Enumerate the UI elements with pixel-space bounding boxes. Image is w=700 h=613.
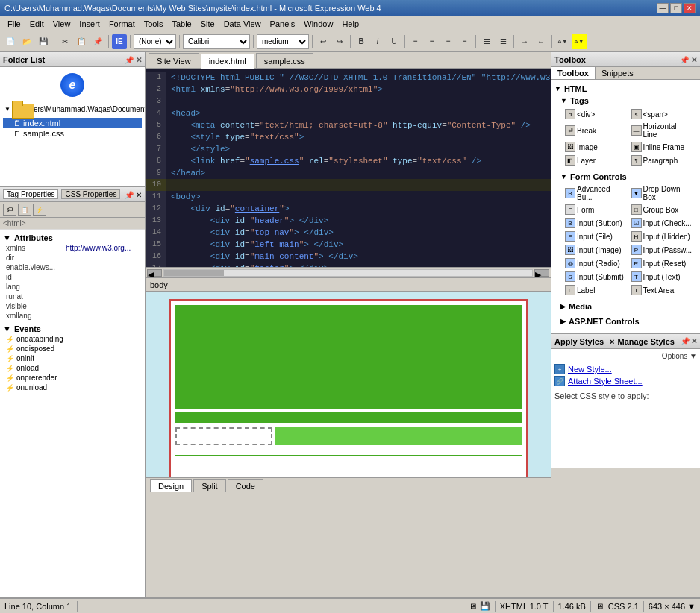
dimensions-status[interactable]: 643 × 446 ▼ bbox=[649, 602, 696, 611]
toolbox-item-inputimage[interactable]: 🖼 Input (Image) bbox=[563, 244, 628, 256]
toolbox-item-label[interactable]: L Label bbox=[563, 284, 628, 296]
tab-site-view[interactable]: Site View bbox=[149, 53, 199, 68]
menu-window[interactable]: Window bbox=[299, 19, 337, 29]
tab-sample-css[interactable]: sample.css bbox=[256, 53, 313, 68]
div-topnav[interactable] bbox=[175, 412, 522, 423]
scroll-track[interactable] bbox=[163, 269, 533, 277]
menu-dataview[interactable]: Data View bbox=[219, 19, 266, 29]
tag-props-toolbar-btn3[interactable]: ⚡ bbox=[33, 204, 46, 216]
toolbox-item-dropdown[interactable]: ▼ Drop Down Box bbox=[630, 184, 695, 202]
event-ondisposed[interactable]: ⚡ondisposed bbox=[3, 344, 142, 353]
tag-props-pin[interactable]: 📌 bbox=[125, 191, 134, 199]
menu-insert[interactable]: Insert bbox=[75, 19, 104, 29]
prop-dir[interactable]: dir bbox=[3, 253, 142, 263]
prop-xmlns[interactable]: xmlnshttp://www.w3.org... bbox=[3, 243, 142, 253]
toolbox-item-inputreset[interactable]: R Input (Reset) bbox=[630, 257, 695, 269]
css-props-tab-btn[interactable]: CSS Properties bbox=[61, 189, 120, 199]
status-icon1[interactable]: 🖥 bbox=[469, 602, 477, 611]
bold-button[interactable]: B bbox=[354, 34, 369, 49]
scroll-thumb[interactable] bbox=[164, 270, 224, 276]
tag-props-toolbar-btn1[interactable]: 🏷 bbox=[3, 204, 16, 216]
highlight-button[interactable]: A▼ bbox=[572, 34, 587, 49]
list2-button[interactable]: ☰ bbox=[496, 34, 510, 49]
italic-button[interactable]: I bbox=[370, 34, 385, 49]
tag-props-close[interactable]: ✕ bbox=[136, 191, 142, 199]
toolbox-item-inputtext[interactable]: T Input (Text) bbox=[630, 271, 695, 283]
aspnet-section-header[interactable]: ▶ ASP.NET Controls bbox=[560, 315, 697, 327]
font-dropdown[interactable]: Calibri bbox=[183, 34, 250, 49]
event-onunload[interactable]: ⚡onunload bbox=[3, 383, 142, 392]
toolbox-item-inputfile[interactable]: F Input (File) bbox=[563, 230, 628, 242]
size-dropdown[interactable]: medium bbox=[257, 34, 309, 49]
tb-btn1[interactable]: ✂ bbox=[57, 34, 72, 49]
toolbox-tab-snippets[interactable]: Snippets bbox=[596, 67, 640, 79]
toolbox-item-span[interactable]: s <span> bbox=[630, 108, 695, 120]
prop-enableviews[interactable]: enable.views... bbox=[3, 263, 142, 272]
toolbox-item-inputbtn[interactable]: B Input (Button) bbox=[563, 217, 628, 229]
scroll-right-btn[interactable]: ▶ bbox=[534, 269, 549, 277]
toolbox-close-button[interactable]: ✕ bbox=[691, 56, 697, 64]
toolbox-item-image[interactable]: 🖼 Image bbox=[563, 141, 628, 153]
menu-format[interactable]: Format bbox=[104, 19, 140, 29]
new-style-item[interactable]: + New Style... bbox=[554, 363, 697, 375]
div-maincontent[interactable] bbox=[275, 427, 522, 445]
new-style-link[interactable]: New Style... bbox=[568, 363, 612, 375]
apply-close-button[interactable]: ✕ bbox=[691, 337, 697, 345]
horizontal-scrollbar[interactable]: ◀ ▶ bbox=[146, 267, 551, 277]
toolbox-item-div[interactable]: d <div> bbox=[563, 108, 628, 120]
tb-btn3[interactable]: 📌 bbox=[90, 34, 105, 49]
open-button[interactable]: 📂 bbox=[19, 34, 34, 49]
events-header[interactable]: ▼ Events bbox=[3, 324, 142, 334]
menu-panels[interactable]: Panels bbox=[266, 19, 300, 29]
close-button[interactable]: ✕ bbox=[684, 3, 696, 13]
tag-props-toolbar-btn2[interactable]: 📋 bbox=[18, 204, 31, 216]
code-content[interactable]: 1 <!DOCTYPE html PUBLIC "-//W3C//DTD XHT… bbox=[146, 69, 551, 267]
maximize-button[interactable]: □ bbox=[670, 3, 682, 13]
div-header[interactable] bbox=[175, 305, 522, 409]
toolbox-item-advbtn[interactable]: B Advanced Bu... bbox=[563, 184, 628, 202]
indent-button[interactable]: → bbox=[517, 34, 532, 49]
event-onload[interactable]: ⚡onload bbox=[3, 363, 142, 373]
folder-pin-button[interactable]: 📌 bbox=[125, 56, 134, 64]
toolbox-item-form[interactable]: F Form bbox=[563, 204, 628, 216]
outdent-button[interactable]: ← bbox=[534, 34, 549, 49]
save-button[interactable]: 💾 bbox=[36, 34, 51, 49]
menu-help[interactable]: Help bbox=[337, 19, 363, 29]
options-button[interactable]: Options ▼ bbox=[662, 352, 697, 360]
toolbox-item-inputhidden[interactable]: H Input (Hidden) bbox=[630, 230, 695, 242]
toolbox-item-textarea[interactable]: T Text Area bbox=[630, 284, 695, 296]
menu-file[interactable]: File bbox=[3, 19, 25, 29]
list-button[interactable]: ☰ bbox=[479, 34, 494, 49]
div-leftmain[interactable] bbox=[175, 427, 272, 445]
toolbox-item-groupbox[interactable]: □ Group Box bbox=[630, 204, 695, 216]
menu-table[interactable]: Table bbox=[167, 19, 196, 29]
attributes-header[interactable]: ▼ Attributes bbox=[3, 233, 142, 243]
align-right-button[interactable]: ≡ bbox=[441, 34, 456, 49]
event-onprerender[interactable]: ⚡onprerender bbox=[3, 373, 142, 383]
menu-tools[interactable]: Tools bbox=[140, 19, 168, 29]
toolbox-item-break[interactable]: ⏎ Break bbox=[563, 122, 628, 139]
toolbox-item-inputcheck[interactable]: ☑ Input (Check... bbox=[630, 217, 695, 229]
style-dropdown[interactable]: (None) bbox=[134, 34, 176, 49]
event-oninit[interactable]: ⚡oninit bbox=[3, 353, 142, 363]
div-footer[interactable] bbox=[175, 448, 522, 456]
tags-section-header[interactable]: ▼ Tags bbox=[560, 95, 697, 107]
design-view-tab[interactable]: Design bbox=[150, 479, 192, 492]
toolbox-pin-button[interactable]: 📌 bbox=[680, 56, 689, 64]
status-icon2[interactable]: 💾 bbox=[480, 601, 490, 611]
toolbox-item-hline[interactable]: — Horizontal Line bbox=[630, 122, 695, 139]
undo-button[interactable]: ↩ bbox=[316, 34, 331, 49]
align-center-button[interactable]: ≡ bbox=[425, 34, 440, 49]
split-view-tab[interactable]: Split bbox=[193, 479, 225, 492]
toolbox-item-paragraph[interactable]: ¶ Paragraph bbox=[630, 154, 695, 166]
toolbox-tab-toolbox[interactable]: Toolbox bbox=[551, 67, 596, 79]
apply-pin-button[interactable]: 📌 bbox=[681, 337, 690, 345]
toolbox-item-inputradio[interactable]: ◎ Input (Radio) bbox=[563, 257, 628, 269]
html-section-header[interactable]: ▼ HTML bbox=[554, 83, 697, 95]
menu-edit[interactable]: Edit bbox=[25, 19, 49, 29]
prop-runat[interactable]: runat bbox=[3, 292, 142, 301]
event-ondatabinding[interactable]: ⚡ondatabinding bbox=[3, 334, 142, 344]
prop-lang[interactable]: lang bbox=[3, 282, 142, 292]
color-button[interactable]: A▼ bbox=[555, 34, 570, 49]
redo-button[interactable]: ↪ bbox=[332, 34, 347, 49]
